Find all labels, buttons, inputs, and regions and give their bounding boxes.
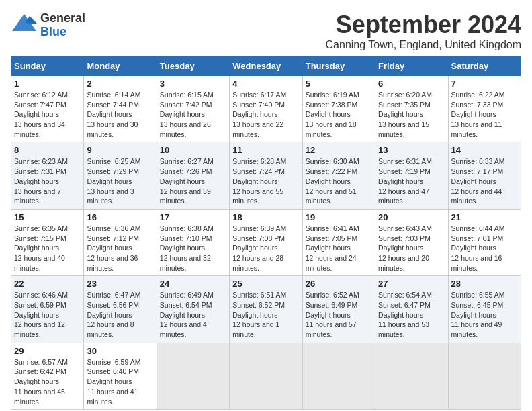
day-info: Sunrise: 6:31 AMSunset: 7:19 PMDaylight … <box>378 156 445 205</box>
day-number: 17 <box>160 212 226 222</box>
header-saturday: Saturday <box>448 57 521 76</box>
table-row: 25Sunrise: 6:51 AMSunset: 6:52 PMDayligh… <box>230 276 302 342</box>
table-row: 6Sunrise: 6:20 AMSunset: 7:35 PMDaylight… <box>375 76 448 142</box>
day-info: Sunrise: 6:44 AMSunset: 7:01 PMDaylight … <box>451 224 518 273</box>
calendar-header-row: Sunday Monday Tuesday Wednesday Thursday… <box>11 57 521 76</box>
day-info: Sunrise: 6:52 AMSunset: 6:49 PMDaylight … <box>306 290 372 339</box>
day-info: Sunrise: 6:57 AMSunset: 6:42 PMDaylight … <box>14 357 81 406</box>
table-row: 17Sunrise: 6:38 AMSunset: 7:10 PMDayligh… <box>157 209 229 275</box>
calendar-table: Sunday Monday Tuesday Wednesday Thursday… <box>11 56 521 410</box>
day-info: Sunrise: 6:14 AMSunset: 7:44 PMDaylight … <box>87 90 153 139</box>
title-section: September 2024 Canning Town, England, Un… <box>326 11 521 51</box>
calendar-week-row: 1Sunrise: 6:12 AMSunset: 7:47 PMDaylight… <box>11 76 521 142</box>
day-number: 28 <box>451 279 518 289</box>
header-monday: Monday <box>84 57 157 76</box>
day-number: 13 <box>378 145 445 155</box>
header-wednesday: Wednesday <box>230 57 302 76</box>
day-number: 27 <box>378 279 445 289</box>
day-number: 11 <box>232 145 299 155</box>
table-row <box>302 342 375 409</box>
table-row: 8Sunrise: 6:23 AMSunset: 7:31 PMDaylight… <box>11 142 84 209</box>
day-number: 24 <box>160 279 226 289</box>
day-info: Sunrise: 6:41 AMSunset: 7:05 PMDaylight … <box>306 224 372 273</box>
day-number: 10 <box>160 145 226 155</box>
day-info: Sunrise: 6:30 AMSunset: 7:22 PMDaylight … <box>306 156 372 205</box>
table-row: 3Sunrise: 6:15 AMSunset: 7:42 PMDaylight… <box>157 76 229 142</box>
table-row: 30Sunrise: 6:59 AMSunset: 6:40 PMDayligh… <box>84 342 157 409</box>
calendar-week-row: 22Sunrise: 6:46 AMSunset: 6:59 PMDayligh… <box>11 276 521 342</box>
day-number: 14 <box>451 145 518 155</box>
day-number: 3 <box>160 79 226 89</box>
day-number: 19 <box>306 212 372 222</box>
day-number: 12 <box>306 145 372 155</box>
table-row: 19Sunrise: 6:41 AMSunset: 7:05 PMDayligh… <box>302 209 375 275</box>
day-info: Sunrise: 6:19 AMSunset: 7:38 PMDaylight … <box>306 90 372 139</box>
calendar-week-row: 8Sunrise: 6:23 AMSunset: 7:31 PMDaylight… <box>11 142 521 209</box>
table-row: 13Sunrise: 6:31 AMSunset: 7:19 PMDayligh… <box>375 142 448 209</box>
table-row: 26Sunrise: 6:52 AMSunset: 6:49 PMDayligh… <box>302 276 375 342</box>
day-info: Sunrise: 6:25 AMSunset: 7:29 PMDaylight … <box>87 156 153 205</box>
day-info: Sunrise: 6:20 AMSunset: 7:35 PMDaylight … <box>378 90 445 139</box>
table-row: 23Sunrise: 6:47 AMSunset: 6:56 PMDayligh… <box>84 276 157 342</box>
day-number: 16 <box>87 212 153 222</box>
logo-icon <box>11 11 38 38</box>
day-info: Sunrise: 6:28 AMSunset: 7:24 PMDaylight … <box>232 156 299 205</box>
table-row: 12Sunrise: 6:30 AMSunset: 7:22 PMDayligh… <box>302 142 375 209</box>
logo-text: General Blue <box>40 12 85 39</box>
table-row: 1Sunrise: 6:12 AMSunset: 7:47 PMDaylight… <box>11 76 84 142</box>
table-row <box>157 342 229 409</box>
day-info: Sunrise: 6:36 AMSunset: 7:12 PMDaylight … <box>87 224 153 273</box>
day-info: Sunrise: 6:46 AMSunset: 6:59 PMDaylight … <box>14 290 81 339</box>
day-info: Sunrise: 6:49 AMSunset: 6:54 PMDaylight … <box>160 290 226 339</box>
header-sunday: Sunday <box>11 57 84 76</box>
day-number: 18 <box>232 212 299 222</box>
table-row: 20Sunrise: 6:43 AMSunset: 7:03 PMDayligh… <box>375 209 448 275</box>
day-info: Sunrise: 6:47 AMSunset: 6:56 PMDaylight … <box>87 290 153 339</box>
logo: General Blue <box>11 11 85 40</box>
table-row <box>230 342 302 409</box>
day-info: Sunrise: 6:12 AMSunset: 7:47 PMDaylight … <box>14 90 81 139</box>
day-info: Sunrise: 6:22 AMSunset: 7:33 PMDaylight … <box>451 90 518 139</box>
header-tuesday: Tuesday <box>157 57 229 76</box>
table-row: 27Sunrise: 6:54 AMSunset: 6:47 PMDayligh… <box>375 276 448 342</box>
day-info: Sunrise: 6:38 AMSunset: 7:10 PMDaylight … <box>160 224 226 273</box>
day-info: Sunrise: 6:43 AMSunset: 7:03 PMDaylight … <box>378 224 445 273</box>
day-number: 8 <box>14 145 81 155</box>
day-number: 9 <box>87 145 153 155</box>
table-row: 2Sunrise: 6:14 AMSunset: 7:44 PMDaylight… <box>84 76 157 142</box>
table-row: 29Sunrise: 6:57 AMSunset: 6:42 PMDayligh… <box>11 342 84 409</box>
day-info: Sunrise: 6:23 AMSunset: 7:31 PMDaylight … <box>14 156 81 205</box>
header-friday: Friday <box>375 57 448 76</box>
day-number: 4 <box>232 79 299 89</box>
table-row: 15Sunrise: 6:35 AMSunset: 7:15 PMDayligh… <box>11 209 84 275</box>
table-row: 22Sunrise: 6:46 AMSunset: 6:59 PMDayligh… <box>11 276 84 342</box>
table-row <box>375 342 448 409</box>
day-info: Sunrise: 6:39 AMSunset: 7:08 PMDaylight … <box>232 224 299 273</box>
calendar-week-row: 15Sunrise: 6:35 AMSunset: 7:15 PMDayligh… <box>11 209 521 275</box>
table-row: 28Sunrise: 6:55 AMSunset: 6:45 PMDayligh… <box>448 276 521 342</box>
day-number: 30 <box>87 346 153 356</box>
day-info: Sunrise: 6:15 AMSunset: 7:42 PMDaylight … <box>160 90 226 139</box>
table-row: 9Sunrise: 6:25 AMSunset: 7:29 PMDaylight… <box>84 142 157 209</box>
day-number: 5 <box>306 79 372 89</box>
location: Canning Town, England, United Kingdom <box>326 39 521 51</box>
day-number: 26 <box>306 279 372 289</box>
day-info: Sunrise: 6:55 AMSunset: 6:45 PMDaylight … <box>451 290 518 339</box>
table-row: 7Sunrise: 6:22 AMSunset: 7:33 PMDaylight… <box>448 76 521 142</box>
month-title: September 2024 <box>326 11 521 39</box>
calendar-week-row: 29Sunrise: 6:57 AMSunset: 6:42 PMDayligh… <box>11 342 521 409</box>
table-row: 4Sunrise: 6:17 AMSunset: 7:40 PMDaylight… <box>230 76 302 142</box>
day-number: 29 <box>14 346 81 356</box>
day-number: 15 <box>14 212 81 222</box>
table-row: 10Sunrise: 6:27 AMSunset: 7:26 PMDayligh… <box>157 142 229 209</box>
day-number: 25 <box>232 279 299 289</box>
day-number: 21 <box>451 212 518 222</box>
day-number: 22 <box>14 279 81 289</box>
table-row: 21Sunrise: 6:44 AMSunset: 7:01 PMDayligh… <box>448 209 521 275</box>
table-row: 18Sunrise: 6:39 AMSunset: 7:08 PMDayligh… <box>230 209 302 275</box>
day-number: 23 <box>87 279 153 289</box>
svg-marker-1 <box>26 16 38 24</box>
table-row: 24Sunrise: 6:49 AMSunset: 6:54 PMDayligh… <box>157 276 229 342</box>
day-number: 20 <box>378 212 445 222</box>
table-row: 5Sunrise: 6:19 AMSunset: 7:38 PMDaylight… <box>302 76 375 142</box>
